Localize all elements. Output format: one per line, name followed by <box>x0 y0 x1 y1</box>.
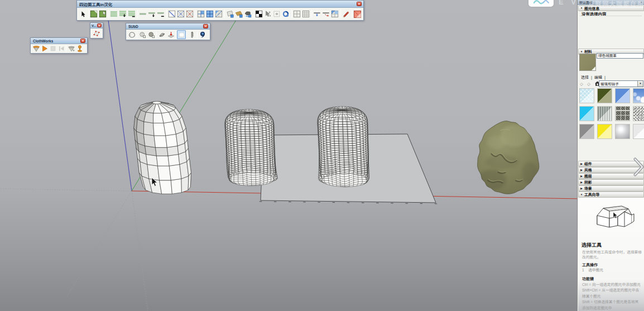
quadface-detriangulate-red-button[interactable] <box>185 8 194 20</box>
3d-scene <box>0 0 644 311</box>
quadface-square-red-button[interactable] <box>353 8 362 20</box>
subd-subd-logo-button[interactable] <box>198 30 207 39</box>
clothworks-rewind-button[interactable] <box>57 45 65 53</box>
subd-soft-sel-button[interactable] <box>177 30 186 39</box>
forward-arrow-icon[interactable]: ◇ <box>587 82 594 87</box>
clothworks-cloth-sim-button[interactable] <box>32 45 40 53</box>
triangle-right-icon: ▶ <box>579 169 584 171</box>
fold-corner-icon <box>592 66 595 70</box>
tab-select[interactable]: 选择 <box>581 74 589 80</box>
quadface-checker-button[interactable] <box>254 8 263 20</box>
section-header-collapsed[interactable]: ▶场景 <box>578 185 644 192</box>
instructor-operations: 1 选中图元 <box>582 267 603 272</box>
material-name-field[interactable]: 绿色绒面革 <box>597 53 643 59</box>
toolbar-separator <box>156 31 157 39</box>
material-swatch-blocks[interactable] <box>615 106 630 121</box>
tab-separator: | <box>591 75 592 80</box>
operation-item: 1 选中图元 <box>582 267 603 272</box>
toolbar-separator <box>352 9 352 18</box>
quadface-grid-gray-a-button[interactable] <box>292 8 301 20</box>
material-swatch-gray[interactable] <box>579 124 594 139</box>
subd-zipper-button[interactable] <box>188 30 196 39</box>
material-swatch-mirror[interactable] <box>615 124 630 139</box>
subd-toolbar[interactable]: SUbD × <box>126 23 210 40</box>
section-header-collapsed[interactable]: ▶阴影 <box>578 179 644 185</box>
quadface-grid-blue-diag-button[interactable] <box>214 8 223 20</box>
section-header-instructor[interactable]: ▼ 工具向导 <box>578 192 644 198</box>
clothworks-toolbar[interactable]: ClothWorks × <box>30 37 88 54</box>
vertex-tools-toolbar[interactable]: V... × <box>90 22 103 39</box>
subd-toolbar-buttons <box>126 30 210 40</box>
section-header-collapsed[interactable]: ▶组件 <box>578 161 644 167</box>
clothworks-toolbar-titlebar[interactable]: ClothWorks × <box>31 38 87 44</box>
close-icon[interactable]: × <box>97 23 102 27</box>
material-swatch-cyan[interactable] <box>579 106 594 121</box>
modifier-line: Shift+Ctrl = 从一组选定的图元中去 <box>582 288 641 293</box>
material-collection-dropdown[interactable]: 玻璃和镜子 ▼ <box>599 80 643 87</box>
quadface-quad-select-add-button[interactable] <box>98 8 107 20</box>
material-swatch-white[interactable] <box>633 124 644 139</box>
clothworks-pin-button[interactable] <box>75 45 84 53</box>
quadface-ring-shrink-button[interactable] <box>156 8 165 20</box>
quadface-grid-blue-corner-button[interactable] <box>196 8 205 20</box>
material-swatch-glass-lattice[interactable] <box>579 88 594 103</box>
modeling-viewport[interactable] <box>0 0 644 311</box>
chevron-down-icon[interactable]: ▼ <box>637 81 643 87</box>
quadface-uv-plane-button[interactable] <box>234 8 243 20</box>
clothworks-play-button[interactable] <box>40 45 49 53</box>
toolbar-separator <box>340 9 341 18</box>
quadface-ring-select-button[interactable] <box>138 8 147 20</box>
subd-subd-decrease-button[interactable] <box>147 30 156 39</box>
vertex-toolbar-titlebar[interactable]: V... × <box>90 23 103 28</box>
quadface-tools-toolbar[interactable]: 四边面工具in汉化 × <box>76 0 364 21</box>
material-swatch-sky[interactable] <box>633 88 644 103</box>
clothworks-cloth-wind-button[interactable] <box>67 45 75 53</box>
quadface-ring-grow-button[interactable] <box>147 8 156 20</box>
quadface-marquee-button[interactable] <box>272 8 281 20</box>
quadface-loop-shrink-button[interactable] <box>127 8 136 20</box>
subd-toolbar-titlebar[interactable]: SUbD × <box>126 23 210 30</box>
quadface-flip-diagonal-button[interactable] <box>167 8 176 20</box>
clothworks-toolbar-title: ClothWorks <box>33 39 53 43</box>
subd-subd-increase-button[interactable] <box>138 30 147 39</box>
material-swatch-yellow[interactable] <box>597 124 612 139</box>
clothworks-pause-button[interactable] <box>49 45 57 53</box>
quadface-edge-remove-button[interactable] <box>321 8 330 20</box>
quadface-uv-cloth-button[interactable] <box>243 8 252 20</box>
quadface-quad-select-button[interactable] <box>89 8 98 20</box>
quadface-grid-blue-full-button[interactable] <box>205 8 214 20</box>
quadface-mesh-corner-button[interactable] <box>225 8 234 20</box>
quadface-select-arrow-button[interactable] <box>78 8 87 20</box>
back-arrow-icon[interactable]: ◇ <box>580 82 587 87</box>
close-icon[interactable]: × <box>80 39 85 43</box>
section-label: 工具向导 <box>584 192 599 197</box>
material-swatch-speckle[interactable] <box>633 106 644 121</box>
quadface-uv-knot-button[interactable] <box>281 8 290 20</box>
subd-subd-toggle-button[interactable] <box>127 30 136 39</box>
quadface-grid-gray-b-button[interactable] <box>301 8 310 20</box>
quadface-loop-select-button[interactable] <box>109 8 118 20</box>
quadface-loop-grow-button[interactable] <box>118 8 127 20</box>
quadface-arrow-plus-button[interactable] <box>263 8 272 20</box>
material-swatch-blue[interactable] <box>615 88 630 103</box>
section-header-collapsed[interactable]: ▶风格 <box>578 167 644 173</box>
subd-crease-edge-button[interactable] <box>157 30 166 39</box>
tray-titlebar[interactable]: 默认面板 × <box>578 0 644 5</box>
vertex-vertex-gizmo-button[interactable] <box>92 29 102 38</box>
close-icon[interactable]: × <box>357 2 362 6</box>
quadface-pencil-red-button[interactable] <box>342 8 350 20</box>
active-material-preview[interactable] <box>579 54 596 71</box>
quadface-grid-fold-button[interactable] <box>330 8 339 20</box>
quadface-triangulate-blue-button[interactable] <box>176 8 185 20</box>
quadface-edge-insert-button[interactable] <box>313 8 321 20</box>
material-swatch-green-dark[interactable] <box>597 88 612 103</box>
section-header-collapsed[interactable]: ▶图层 <box>578 173 644 179</box>
subd-crease-vertex-button[interactable] <box>166 30 175 39</box>
quadface-toolbar-title: 四边面工具in汉化 <box>79 1 112 7</box>
close-icon[interactable]: × <box>640 1 642 4</box>
material-swatch-stripes[interactable] <box>597 106 612 121</box>
quadface-toolbar-titlebar[interactable]: 四边面工具in汉化 × <box>77 1 363 8</box>
triangle-right-icon: ▶ <box>579 187 584 190</box>
default-tray-panel: 默认面板 × ▼ 图元信息 没有选择内容 ▼ 材料 绿色绒面革 选择 | 编辑 … <box>577 0 644 311</box>
close-icon[interactable]: × <box>203 24 208 28</box>
